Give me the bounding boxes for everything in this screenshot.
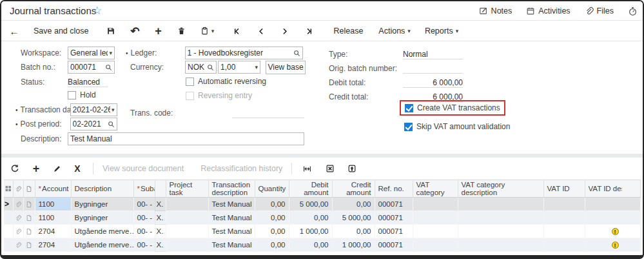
undo-button[interactable]: ↶ — [123, 23, 146, 39]
magnifier-icon[interactable] — [108, 121, 115, 128]
cell-vat-category[interactable] — [413, 211, 458, 225]
refresh-button[interactable] — [4, 160, 26, 177]
files-button[interactable]: Files — [585, 6, 614, 16]
release-button[interactable]: Release — [331, 23, 366, 39]
cell-credit-amount[interactable]: 1 000,00 — [332, 238, 375, 252]
favorite-star-icon[interactable]: ☆ — [92, 4, 102, 17]
save-button[interactable] — [99, 23, 123, 39]
cell-description[interactable]: Utgående merve… — [71, 225, 133, 238]
warning-icon[interactable]: ! — [612, 228, 619, 235]
cell-vat-id[interactable] — [543, 225, 585, 238]
cell-ref-no[interactable]: 000071 — [375, 238, 413, 252]
cell-debit-amount[interactable]: 1 000,00 — [289, 225, 332, 238]
notes-column-header[interactable] — [23, 180, 35, 198]
workspace-select[interactable]: ▾ — [68, 47, 115, 59]
cell-quantity[interactable]: 0,00 — [255, 198, 289, 211]
last-record-button[interactable] — [296, 23, 322, 39]
cell-description[interactable]: Bygninger — [71, 198, 133, 211]
cell-vat-category-description[interactable] — [458, 238, 543, 252]
save-and-close-button[interactable]: Save and close — [31, 23, 91, 39]
cell-vat-category[interactable] — [413, 238, 458, 252]
cell-debit-amount[interactable]: 5 000,00 — [289, 198, 332, 211]
previous-record-button[interactable] — [249, 23, 273, 39]
back-button[interactable]: ← — [1, 23, 27, 39]
column-header-transaction-description[interactable]: Transaction description — [208, 180, 255, 198]
cell-vat-id-description[interactable] — [585, 211, 640, 225]
currency-rate-select[interactable]: ▾ — [218, 61, 260, 74]
cell-description[interactable]: Bygninger — [71, 211, 133, 225]
row-note-cell[interactable] — [23, 198, 35, 211]
row-selector-cell[interactable] — [4, 211, 13, 225]
cell-account[interactable]: 1100 — [35, 211, 71, 225]
column-header-debit-amount[interactable]: Debit amount — [289, 180, 332, 198]
cell-account[interactable]: 2704 — [35, 225, 71, 238]
cell-vat-category-description[interactable] — [458, 211, 543, 225]
cell-account[interactable]: 1100 — [35, 198, 71, 211]
cell-ref-no[interactable]: 000071 — [375, 225, 413, 238]
row-selector-cell[interactable]: > — [4, 198, 13, 211]
activities-button[interactable]: Activities — [526, 6, 570, 16]
cell-vat-category[interactable] — [413, 225, 458, 238]
column-header-project[interactable] — [155, 180, 166, 198]
cell-vat-id-description[interactable]: ! — [585, 225, 640, 238]
cell-vat-category[interactable] — [413, 198, 458, 211]
magnifier-icon[interactable] — [207, 64, 214, 71]
cell-quantity[interactable]: 0,00 — [255, 225, 289, 238]
cell-project[interactable]: X. — [155, 225, 166, 238]
cell-vat-id[interactable] — [543, 238, 585, 252]
first-record-button[interactable] — [224, 23, 249, 39]
cell-description[interactable]: Utgående merve… — [71, 238, 133, 252]
table-row[interactable]: 2704 Utgående merve… 00- - X. Test Manua… — [4, 225, 640, 238]
row-attachment-cell[interactable] — [13, 225, 23, 238]
clipboard-menu-button[interactable]: ▾ — [193, 23, 221, 39]
ledger-input[interactable] — [185, 47, 303, 59]
cell-debit-amount[interactable]: 0,00 — [289, 238, 332, 252]
attachments-column-header[interactable] — [13, 180, 23, 198]
delete-row-button[interactable]: X — [67, 160, 88, 177]
add-row-button[interactable]: + — [26, 160, 46, 177]
cell-quantity[interactable]: 0,00 — [255, 211, 289, 225]
row-attachment-cell[interactable] — [13, 198, 23, 211]
column-header-vat-id-description[interactable]: VAT ID description — [585, 180, 640, 198]
row-note-cell[interactable] — [23, 225, 35, 238]
notes-button[interactable]: Notes — [479, 6, 512, 16]
table-row[interactable]: > 1100 Bygninger 00- - X. Test Manual 0,… — [4, 198, 640, 211]
cell-project-task[interactable] — [166, 225, 208, 238]
column-header-vat-category-description[interactable]: VAT category description — [458, 180, 543, 198]
cell-debit-amount[interactable]: 0,00 — [289, 211, 332, 225]
skip-vat-amount-validation-checkbox[interactable] — [404, 123, 413, 131]
cell-ref-no[interactable]: 000071 — [375, 198, 413, 211]
cell-subaccount[interactable]: 00- - — [133, 211, 155, 225]
row-attachment-cell[interactable] — [13, 238, 23, 252]
cell-account[interactable]: 2704 — [35, 238, 71, 252]
transaction-date-picker[interactable]: ▾ — [70, 103, 117, 116]
cell-ref-no[interactable]: 000071 — [375, 211, 413, 225]
delete-button[interactable] — [170, 23, 193, 39]
grid-settings-header[interactable] — [4, 180, 13, 198]
column-header-description[interactable]: Description — [71, 180, 133, 198]
cell-subaccount[interactable]: 00- - — [133, 225, 155, 238]
batch-no-input[interactable] — [68, 61, 115, 74]
add-button[interactable]: + — [146, 23, 170, 39]
cell-project-task[interactable] — [166, 238, 208, 252]
edit-row-button[interactable] — [46, 160, 67, 177]
row-selector-cell[interactable] — [4, 225, 13, 238]
cell-subaccount[interactable]: 00- - — [133, 238, 155, 252]
reports-menu[interactable]: Reports▾ — [422, 23, 461, 39]
cell-transaction-description[interactable]: Test Manual — [208, 198, 255, 211]
automatic-reversing-checkbox[interactable] — [186, 78, 194, 86]
cell-project[interactable]: X. — [155, 238, 166, 252]
cell-credit-amount[interactable]: 5 000,00 — [332, 211, 375, 225]
row-note-cell[interactable] — [23, 211, 35, 225]
cell-vat-category-description[interactable] — [458, 198, 543, 211]
upload-records-button[interactable] — [341, 160, 363, 177]
timer-button[interactable] — [628, 6, 638, 16]
cell-transaction-description[interactable]: Test Manual — [208, 238, 255, 252]
cell-transaction-description[interactable]: Test Manual — [208, 211, 255, 225]
row-attachment-cell[interactable] — [13, 211, 23, 225]
column-header-vat-category[interactable]: VAT category — [413, 180, 458, 198]
view-base-button[interactable]: View base — [266, 61, 306, 74]
column-header-subaccount[interactable]: *Subaccount — [133, 180, 155, 198]
column-header-quantity[interactable]: Quantity — [255, 180, 289, 198]
cell-vat-id-description[interactable] — [585, 198, 640, 211]
